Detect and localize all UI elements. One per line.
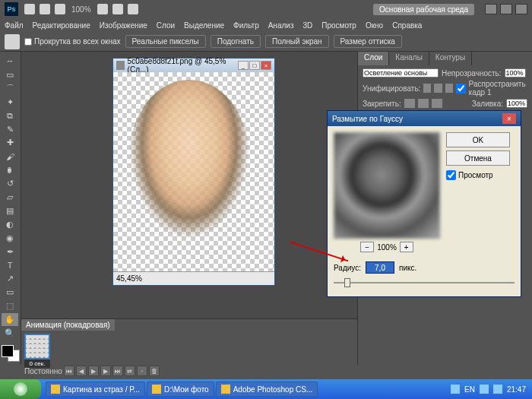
language-indicator[interactable]: EN [464,385,475,394]
menu-image[interactable]: Изображение [100,21,147,30]
panels-icon[interactable] [500,4,512,14]
preview-checkbox[interactable]: Просмотр [446,170,510,180]
fit-button[interactable]: Подогнать [211,35,261,48]
header-tool-icon[interactable] [97,4,108,14]
frame-thumbnail[interactable] [24,334,50,359]
unify-icon[interactable] [423,84,431,93]
delete-frame-icon[interactable]: 🗑 [149,366,160,376]
actual-pixels-button[interactable]: Реальные пикселы [125,35,206,48]
zoom-in-icon[interactable]: + [400,242,413,252]
menu-select[interactable]: Выделение [184,21,224,30]
clock[interactable]: 21:47 [507,385,526,394]
menu-view[interactable]: Просмотр [321,21,356,30]
type-tool-icon[interactable]: T [2,258,18,271]
menu-window[interactable]: Окно [366,21,383,30]
tab-channels[interactable]: Каналы [389,52,429,65]
header-tool-icon[interactable] [24,4,35,14]
scroll-all-checkbox[interactable]: Прокрутка во всех окнах [24,37,121,46]
menu-edit[interactable]: Редактирование [33,21,90,30]
gaussian-blur-dialog[interactable]: Размытие по Гауссу × − 100% + OK Отмена … [327,110,521,297]
pen-tool-icon[interactable]: ✒ [2,245,18,258]
filter-preview[interactable] [334,132,440,239]
history-brush-icon[interactable]: ↺ [2,177,18,190]
next-frame-icon[interactable]: ▶ [100,366,111,376]
cancel-button[interactable]: Отмена [446,150,510,166]
tab-paths[interactable]: Контуры [429,52,472,65]
gradient-tool-icon[interactable]: ▤ [2,204,18,217]
prev-frame-icon[interactable]: ◀ [76,366,87,376]
menu-help[interactable]: Справка [392,21,422,30]
lock-all-icon[interactable] [432,99,442,108]
ok-button[interactable]: OK [446,132,510,147]
unify-icon[interactable] [445,84,453,93]
dialog-titlebar[interactable]: Размытие по Гауссу × [328,111,521,126]
blend-mode-select[interactable] [363,68,439,78]
tray-icon[interactable] [480,385,489,394]
tray-icon[interactable] [451,385,460,394]
brush-tool-icon[interactable]: 🖌 [2,150,18,163]
menu-3d[interactable]: 3D [302,21,312,30]
3d-tool-icon[interactable]: ⬚ [2,299,18,312]
menu-layers[interactable]: Слои [157,21,175,30]
panels-icon[interactable] [515,4,527,14]
minimize-icon[interactable]: _ [238,61,249,70]
new-frame-icon[interactable]: ▫ [137,366,147,376]
document-canvas[interactable] [113,72,274,271]
chevron-right-icon[interactable] [485,4,497,14]
document-window[interactable]: 5c0a6e8d8f21t.png @ 45,5% (Сл...) _ □ × … [112,58,275,286]
unify-icon[interactable] [434,84,442,93]
animation-frame[interactable]: 0 сек. [24,334,50,368]
menu-analysis[interactable]: Анализ [268,21,294,30]
close-icon[interactable]: × [502,113,516,124]
color-swatch[interactable] [2,345,20,362]
slider-thumb[interactable] [344,278,350,287]
dodge-tool-icon[interactable]: ◉ [2,232,18,245]
shape-tool-icon[interactable]: ▭ [2,286,18,299]
start-button[interactable] [0,379,41,399]
header-tool-icon[interactable] [40,4,50,14]
path-tool-icon[interactable]: ↗ [2,272,18,285]
zoom-level[interactable]: 100% [71,5,91,14]
loop-select[interactable]: Постоянно [24,367,62,375]
foreground-color-icon[interactable] [2,345,14,357]
opacity-input[interactable] [505,68,526,78]
tray-icon[interactable] [493,385,502,394]
lock-pixels-icon[interactable] [404,99,415,108]
hand-tool-icon[interactable]: ✋ [2,313,18,326]
zoom-tool-icon[interactable]: 🔍 [2,327,18,340]
tween-icon[interactable]: ⇄ [125,366,135,376]
last-frame-icon[interactable]: ⏭ [112,366,123,376]
stamp-tool-icon[interactable]: ⧯ [2,163,18,176]
menu-filter[interactable]: Фильтр [233,21,259,30]
zoom-out-icon[interactable]: − [360,242,374,252]
taskbar-item[interactable]: D:\Мои фото [147,382,214,397]
close-icon[interactable]: × [261,61,271,70]
document-titlebar[interactable]: 5c0a6e8d8f21t.png @ 45,5% (Сл...) _ □ × [113,59,274,72]
taskbar-item[interactable]: Adobe Photoshop CS... [216,382,318,397]
taskbar-item[interactable]: Картина из страз / P... [46,382,145,397]
wand-tool-icon[interactable]: ✦ [2,96,18,109]
move-tool-icon[interactable]: ↔ [2,55,18,68]
header-tool-icon[interactable] [112,4,123,14]
hand-tool-icon[interactable] [5,34,20,49]
propagate-checkbox[interactable] [456,84,466,93]
workspace-button[interactable]: Основная рабочая среда [373,4,474,15]
crop-tool-icon[interactable]: ⧉ [2,109,18,122]
lock-position-icon[interactable] [418,99,429,108]
maximize-icon[interactable]: □ [249,61,260,70]
eraser-tool-icon[interactable]: ▱ [2,191,18,204]
fullscreen-button[interactable]: Полный экран [265,35,329,48]
tab-layers[interactable]: Слои [358,52,389,65]
header-tool-icon[interactable] [128,4,138,14]
menu-file[interactable]: Файл [5,21,24,30]
marquee-tool-icon[interactable]: ▭ [2,68,18,81]
heal-tool-icon[interactable]: ✚ [2,136,18,149]
radius-input[interactable] [366,261,394,274]
fill-input[interactable] [506,99,527,108]
eyedropper-tool-icon[interactable]: ✎ [2,123,18,136]
radius-slider[interactable] [334,277,515,289]
print-size-button[interactable]: Размер оттиска [334,35,402,48]
tab-animation[interactable]: Анимация (покадровая) [21,319,115,331]
first-frame-icon[interactable]: ⏮ [64,366,74,376]
play-icon[interactable]: ▶ [88,366,99,376]
